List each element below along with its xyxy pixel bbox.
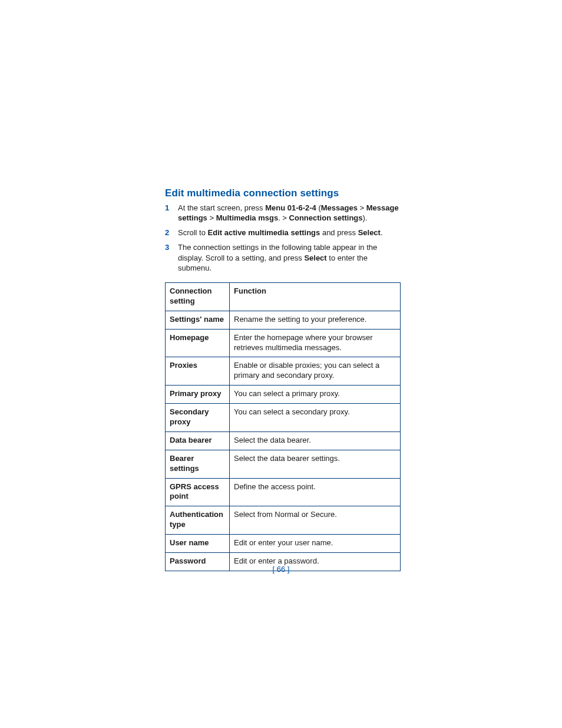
table-cell-value: Define the access point. (230, 478, 401, 506)
table-cell-value: Select the data bearer settings. (230, 450, 401, 478)
table-row: ProxiesEnable or disable proxies; you ca… (166, 357, 401, 386)
table-cell-key: Data bearer (166, 431, 230, 450)
table-row: Settings' nameRename the setting to your… (166, 311, 401, 329)
step-item: 3The connection settings in the followin… (165, 242, 402, 272)
step-item: 1At the start screen, press Menu 01-6-2-… (165, 203, 402, 223)
table-header-col2: Function (230, 282, 401, 311)
table-cell-value: Edit or enter your user name. (230, 535, 401, 553)
table-cell-key: Secondary proxy (166, 404, 230, 432)
page-body: Edit multimedia connection settings 1At … (0, 0, 562, 728)
step-body: At the start screen, press Menu 01-6-2-4… (178, 203, 402, 223)
table-row: HomepageEnter the homepage where your br… (166, 329, 401, 357)
table-row: Primary proxyYou can select a primary pr… (166, 386, 401, 404)
table-cell-key: Settings' name (166, 311, 230, 329)
step-item: 2Scroll to Edit active multimedia settin… (165, 228, 402, 238)
table-row: Bearer settingsSelect the data bearer se… (166, 450, 401, 478)
table-cell-key: Bearer settings (166, 450, 230, 478)
table-cell-key: User name (166, 535, 230, 553)
step-body: The connection settings in the following… (178, 242, 402, 272)
table-cell-value: Select from Normal or Secure. (230, 506, 401, 535)
table-cell-value: Enter the homepage where your browser re… (230, 329, 401, 357)
table-row: Data bearerSelect the data bearer. (166, 431, 401, 450)
table-cell-value: Rename the setting to your preference. (230, 311, 401, 329)
step-number: 3 (165, 242, 178, 252)
table-cell-key: GPRS access point (166, 478, 230, 506)
table-cell-key: Homepage (166, 329, 230, 357)
table-header-col1: Connection setting (166, 282, 230, 311)
table-cell-value: You can select a secondary proxy. (230, 404, 401, 432)
table-row: GPRS access pointDefine the access point… (166, 478, 401, 506)
step-body: Scroll to Edit active multimedia setting… (178, 228, 402, 238)
step-number: 2 (165, 228, 178, 238)
table-header-row: Connection setting Function (166, 282, 401, 311)
step-number: 1 (165, 203, 178, 213)
table-cell-value: Select the data bearer. (230, 431, 401, 450)
table-cell-value: You can select a primary proxy. (230, 386, 401, 404)
table-cell-key: Authentication type (166, 506, 230, 535)
table-cell-value: Enable or disable proxies; you can selec… (230, 357, 401, 386)
table-body: Settings' nameRename the setting to your… (166, 311, 401, 571)
connection-settings-table: Connection setting Function Settings' na… (165, 282, 401, 571)
steps-list: 1At the start screen, press Menu 01-6-2-… (165, 203, 402, 273)
table-row: User nameEdit or enter your user name. (166, 535, 401, 553)
table-cell-key: Primary proxy (166, 386, 230, 404)
section-heading: Edit multimedia connection settings (165, 187, 402, 199)
table-row: Authentication typeSelect from Normal or… (166, 506, 401, 535)
table-row: Secondary proxyYou can select a secondar… (166, 404, 401, 432)
table-cell-key: Proxies (166, 357, 230, 386)
page-number: [ 66 ] (0, 565, 562, 574)
